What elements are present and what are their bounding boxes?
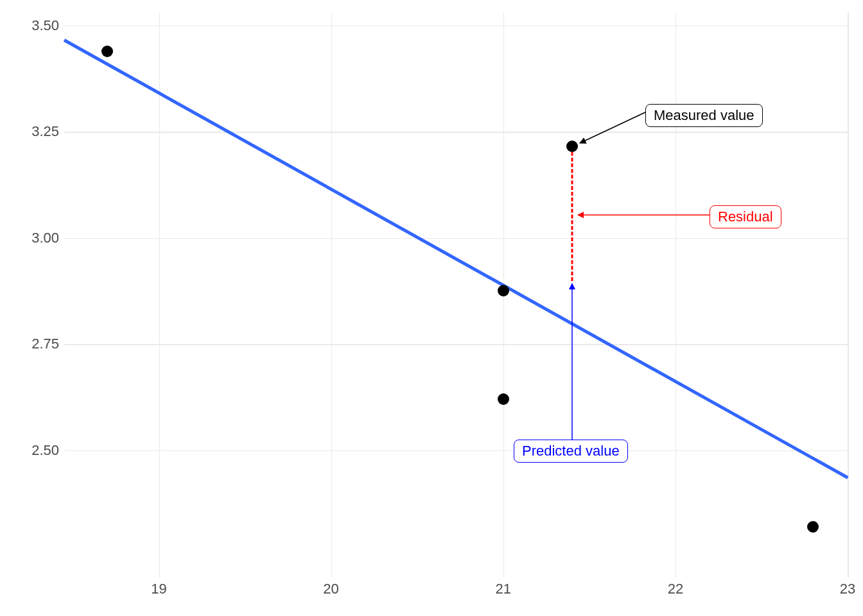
grid-h xyxy=(64,344,848,345)
data-point xyxy=(498,285,509,296)
data-point xyxy=(101,46,113,57)
data-point xyxy=(566,141,578,152)
chart-container: Measured value Residual Predicted value … xyxy=(0,0,863,616)
svg-line-0 xyxy=(580,112,645,143)
grid-v xyxy=(848,13,849,578)
grid-v xyxy=(676,13,677,578)
annotation-residual: Residual xyxy=(710,205,781,228)
data-point xyxy=(807,521,819,533)
y-tick-label: 2.75 xyxy=(31,336,59,352)
y-tick-label: 3.00 xyxy=(31,230,59,246)
y-tick-label: 2.50 xyxy=(31,442,59,459)
x-tick-label: 20 xyxy=(323,581,338,597)
x-tick-label: 23 xyxy=(840,581,855,597)
plot-panel: Measured value Residual Predicted value xyxy=(64,13,848,578)
data-point xyxy=(498,393,509,405)
x-tick-label: 22 xyxy=(668,581,683,597)
x-tick-label: 21 xyxy=(495,581,510,597)
grid-h xyxy=(64,132,848,133)
grid-h xyxy=(64,26,848,27)
y-tick-label: 3.25 xyxy=(31,123,59,140)
x-tick-label: 19 xyxy=(151,581,166,597)
grid-v xyxy=(159,13,161,578)
annotation-predicted: Predicted value xyxy=(514,440,628,463)
grid-v xyxy=(331,13,333,578)
grid-h xyxy=(64,238,848,239)
annotation-measured: Measured value xyxy=(645,104,763,127)
grid-h xyxy=(64,450,848,452)
y-tick-label: 3.50 xyxy=(31,17,59,34)
annotation-arrows xyxy=(64,13,848,578)
residual-line xyxy=(571,146,573,281)
